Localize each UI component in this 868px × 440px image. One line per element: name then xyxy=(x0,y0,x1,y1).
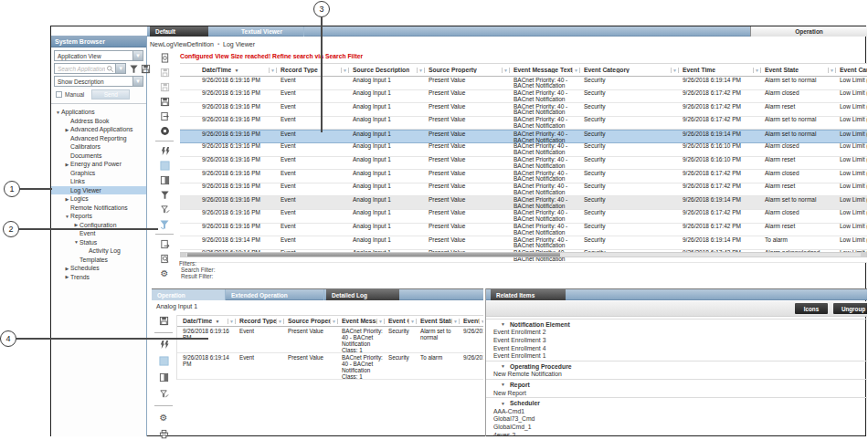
column-header-event-state[interactable]: Event State▼ xyxy=(763,64,838,76)
column-filter-icon[interactable]: ▼ xyxy=(572,68,580,73)
table-row[interactable]: 9/26/2018 6:19:14 PMEventAnalog Input 1P… xyxy=(180,236,867,250)
display-mode-dropdown[interactable]: Show Description ▼ xyxy=(54,76,143,87)
column-filter-icon[interactable]: ▼ xyxy=(276,319,284,324)
table-row[interactable]: 9/26/2018 6:19:16 PMEventAnalog Input 1P… xyxy=(180,210,867,224)
table-row[interactable]: 9/26/2018 6:19:14 PMEventPresent ValueBA… xyxy=(177,353,483,380)
column-header-event-category[interactable]: Event Category▼ xyxy=(582,64,681,76)
related-item[interactable]: 4eyes-2 xyxy=(486,431,867,436)
column-header-source-property[interactable]: Source Property▼ xyxy=(427,64,512,76)
tree-item-remote-notifications[interactable]: Remote Notifications xyxy=(51,204,146,213)
export-doc-icon[interactable] xyxy=(158,110,171,122)
view-selector-dropdown[interactable]: Application View ▼ xyxy=(54,50,143,61)
tree-item-links[interactable]: Links xyxy=(51,177,146,186)
column-header-source-property[interactable]: Source Property▼ xyxy=(286,316,340,326)
table-row[interactable]: 9/26/2018 6:19:16 PMEventAnalog Input 1P… xyxy=(180,143,867,157)
table-row[interactable]: 9/26/2018 6:19:16 PMEventAnalog Input 1P… xyxy=(180,170,867,183)
column-header-event-cause[interactable]: Event Cause▼ xyxy=(838,64,867,76)
table-row[interactable]: 9/26/2018 6:19:16 PMEventAnalog Input 1P… xyxy=(180,157,867,171)
send-button[interactable]: Send xyxy=(91,89,130,100)
highlight-icon[interactable] xyxy=(157,355,170,367)
tree-item-trends[interactable]: ▶Trends xyxy=(51,273,146,282)
column-filter-icon[interactable]: ▼ xyxy=(417,68,425,73)
related-item[interactable]: Event Enrollment 3 xyxy=(486,336,867,344)
filter-icon[interactable] xyxy=(129,64,139,74)
table-row[interactable]: 9/26/2018 6:19:16 PMEventAnalog Input 1P… xyxy=(180,130,867,143)
expand-icon[interactable]: ▶ xyxy=(64,162,70,167)
column-header-record-type[interactable]: Record Type▼ xyxy=(238,316,286,326)
search-input[interactable]: Search Application ▼ xyxy=(54,63,126,74)
save-icon[interactable] xyxy=(158,67,171,79)
tree-item-applications[interactable]: ▼Applications xyxy=(51,108,146,117)
chevron-down-icon[interactable]: ▼ xyxy=(132,77,143,86)
settings-icon[interactable]: ⚙ xyxy=(157,412,170,424)
tree-item-energy-and-power[interactable]: ▶Energy and Power xyxy=(51,160,146,169)
related-item[interactable]: Event Enrollment 4 xyxy=(486,344,867,352)
column-header-event-time[interactable]: Event Time▼ xyxy=(461,316,483,326)
collapse-icon[interactable]: ▼ xyxy=(501,401,505,406)
tree-item-documents[interactable]: Documents xyxy=(51,152,146,161)
column-filter-icon[interactable]: ▼ xyxy=(228,319,236,324)
tab-extended-operation[interactable]: Extended Operation xyxy=(228,289,324,300)
new-log-view-icon[interactable] xyxy=(158,52,171,64)
related-item[interactable]: AAA-Cmd1 xyxy=(486,407,867,415)
page-preview-icon[interactable] xyxy=(158,253,171,265)
column-filter-icon[interactable]: ▼ xyxy=(330,319,338,324)
column-header-date-time[interactable]: Date/Time▼▼ xyxy=(200,64,279,76)
related-item[interactable]: GlobalCmd_1 xyxy=(486,423,867,431)
horizontal-scrollbar[interactable] xyxy=(180,252,867,257)
breadcrumb-definition[interactable]: NewLogViewDefinition xyxy=(150,41,214,47)
related-group-operating-procedure[interactable]: ▼Operating Procedure xyxy=(486,362,867,371)
tree-item-logics[interactable]: ▶Logics xyxy=(51,194,146,204)
column-filter-icon[interactable]: ▼ xyxy=(753,68,761,73)
filter-edit-icon[interactable] xyxy=(158,204,171,215)
tree-item-advanced-applications[interactable]: ▶Advanced Applications xyxy=(51,125,146,134)
collapse-icon[interactable]: ▼ xyxy=(501,382,505,387)
save-icon[interactable] xyxy=(141,64,151,74)
collapse-icon[interactable]: ▼ xyxy=(501,363,505,369)
save-all-icon[interactable] xyxy=(157,315,170,327)
table-row[interactable]: 9/26/2018 6:19:16 PMEventAnalog Input 1P… xyxy=(180,77,867,90)
related-item[interactable]: New Report xyxy=(486,389,867,397)
column-header-event-message-text[interactable]: Event Message Text▼ xyxy=(512,64,582,76)
tab-operation[interactable]: Operation xyxy=(750,26,867,37)
refresh-icon[interactable] xyxy=(158,145,171,157)
expand-icon[interactable]: ▶ xyxy=(64,127,70,132)
column-filter-icon[interactable]: ▼ xyxy=(671,68,679,73)
expand-icon[interactable]: ▶ xyxy=(64,266,70,271)
highlight-icon[interactable] xyxy=(158,160,171,172)
related-item[interactable]: Event Enrollment 1 xyxy=(486,351,867,360)
column-header-event-time[interactable]: Event Time▼ xyxy=(681,64,763,76)
manual-checkbox[interactable] xyxy=(56,91,62,98)
tab-related-items[interactable]: Related Items xyxy=(491,289,566,300)
related-item[interactable]: Global73_Cmd xyxy=(486,415,867,424)
column-header-source-description[interactable]: Source Description▼ xyxy=(351,64,427,76)
table-row[interactable]: 9/26/2018 6:19:16 PMEventAnalog Input 1P… xyxy=(180,224,867,237)
scrollbar-thumb[interactable] xyxy=(187,253,560,257)
chevron-down-icon[interactable]: ▼ xyxy=(132,51,143,60)
tree-item-graphics[interactable]: Graphics xyxy=(51,169,146,178)
columns-icon[interactable] xyxy=(157,372,170,383)
collapse-icon[interactable]: ▼ xyxy=(501,321,505,327)
tree-item-log-viewer[interactable]: Log Viewer xyxy=(51,186,146,195)
breadcrumb-log-viewer[interactable]: Log Viewer xyxy=(223,41,255,47)
related-item[interactable]: Event Enrollment 2 xyxy=(486,329,867,337)
related-item[interactable]: New Remote Notification xyxy=(486,371,867,379)
table-row[interactable]: 9/26/2018 6:19:16 PMEventAnalog Input 1P… xyxy=(180,183,867,197)
tree-item-advanced-reporting[interactable]: Advanced Reporting xyxy=(51,134,146,143)
table-row[interactable]: 9/26/2018 6:19:16 PMEventAnalog Input 1P… xyxy=(180,117,867,131)
column-header-event-message-text[interactable]: Event Message Text▼ xyxy=(340,316,386,326)
tree-item-status[interactable]: ▼Status xyxy=(51,238,146,247)
expand-icon[interactable]: ▶ xyxy=(64,196,70,202)
table-row[interactable]: 9/26/2018 6:19:16 PMEventAnalog Input 1P… xyxy=(180,196,867,210)
column-header-date-time[interactable]: Date/Time▼▼ xyxy=(181,316,238,326)
column-filter-icon[interactable]: ▼ xyxy=(341,68,349,73)
columns-icon[interactable] xyxy=(158,174,171,186)
filter-icon[interactable] xyxy=(158,189,171,201)
tree-item-event[interactable]: Event xyxy=(51,229,146,238)
column-filter-icon[interactable]: ▼ xyxy=(376,319,385,324)
search-filter-icon[interactable] xyxy=(158,218,171,230)
expand-icon[interactable]: ▶ xyxy=(73,222,79,227)
column-filter-icon[interactable]: ▼ xyxy=(408,319,417,324)
column-filter-icon[interactable]: ▼ xyxy=(451,319,460,324)
printer-icon[interactable] xyxy=(157,428,170,440)
